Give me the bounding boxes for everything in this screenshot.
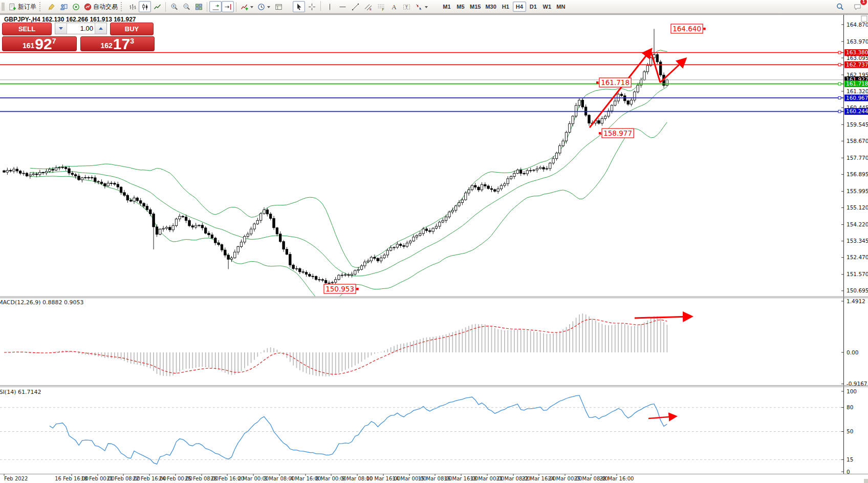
candle-body bbox=[328, 283, 330, 283]
price-tick: 155.995 bbox=[847, 188, 868, 194]
timeframe-h4[interactable]: H4 bbox=[513, 2, 526, 12]
text-label-tool-button[interactable]: T bbox=[400, 1, 413, 12]
chart-corner-button[interactable] bbox=[861, 16, 867, 22]
zoom-in-icon bbox=[170, 3, 178, 11]
timeframe-mn[interactable]: MN bbox=[554, 2, 568, 12]
rsi-label: RSI(14) 61.7142 bbox=[0, 389, 41, 395]
candle-body bbox=[159, 229, 161, 234]
crosshair-tool-button[interactable] bbox=[306, 1, 318, 12]
periods-button[interactable] bbox=[255, 1, 272, 12]
candle-body bbox=[435, 226, 437, 228]
dropdown-caret[interactable] bbox=[425, 6, 428, 10]
zoom-out-button[interactable] bbox=[180, 1, 192, 12]
text-tool-button[interactable]: A bbox=[387, 1, 400, 12]
autotrade-label: 自动交易 bbox=[93, 3, 118, 11]
candle-body bbox=[666, 80, 668, 86]
candle-body bbox=[185, 217, 187, 221]
dropdown-caret[interactable] bbox=[267, 6, 270, 10]
resize-grip[interactable] bbox=[864, 479, 868, 483]
price-tick: 157.770 bbox=[847, 155, 868, 161]
candle-body bbox=[656, 55, 658, 62]
signals-button[interactable] bbox=[70, 1, 82, 12]
macd-tick: -0.9167 bbox=[847, 381, 867, 387]
volume-stepper bbox=[55, 23, 107, 34]
price-tick: 158.670 bbox=[847, 138, 868, 144]
buy-button[interactable]: BUY bbox=[110, 23, 154, 35]
candlestick-icon bbox=[141, 3, 149, 11]
candle-body bbox=[123, 193, 125, 195]
trendline-tool-button[interactable] bbox=[349, 1, 361, 12]
fibonacci-tool-button[interactable]: F bbox=[375, 1, 387, 12]
candle-body bbox=[146, 206, 148, 210]
candle-body bbox=[247, 234, 249, 237]
timeframe-m15[interactable]: M15 bbox=[468, 2, 483, 12]
candle-body bbox=[519, 170, 522, 174]
line-handle[interactable] bbox=[838, 110, 841, 113]
timeframe-d1[interactable]: D1 bbox=[527, 2, 540, 12]
search-button[interactable] bbox=[834, 1, 846, 12]
timeframe-w1[interactable]: W1 bbox=[540, 2, 554, 12]
horizontal-line-tool-button[interactable] bbox=[336, 1, 349, 12]
channel-tool-button[interactable]: E bbox=[362, 1, 374, 12]
timeframe-h1[interactable]: H1 bbox=[499, 2, 512, 12]
styler-button[interactable] bbox=[45, 1, 57, 12]
notification-badge: 1 bbox=[860, 0, 867, 5]
candle-body bbox=[107, 183, 109, 186]
candle-body bbox=[295, 268, 297, 269]
templates-icon bbox=[275, 3, 283, 11]
price-tag: 160.244 bbox=[846, 108, 868, 114]
candle-body bbox=[471, 185, 473, 190]
line-handle[interactable] bbox=[838, 82, 841, 85]
sell-button[interactable]: SELL bbox=[2, 23, 52, 35]
line-handle[interactable] bbox=[838, 97, 841, 99]
candle-body bbox=[611, 105, 613, 111]
new-order-button[interactable]: 新订单 bbox=[7, 1, 38, 12]
arrows-tool-button[interactable] bbox=[413, 1, 430, 12]
candle-body bbox=[660, 62, 662, 75]
symbol-info-line: GBPJPY-,H4 162.130 162.266 161.913 161.9… bbox=[4, 16, 136, 23]
candle-body bbox=[565, 132, 567, 141]
templates-button[interactable] bbox=[272, 1, 285, 12]
chart-canvas[interactable]: 164.870163.970163.095162.195161.320160.4… bbox=[0, 0, 868, 483]
crosshair-icon bbox=[308, 3, 316, 11]
timeframe-m1[interactable]: M1 bbox=[440, 2, 453, 12]
vertical-line-tool-button[interactable] bbox=[323, 1, 336, 12]
line-handle[interactable] bbox=[838, 51, 841, 54]
zoom-in-button[interactable] bbox=[168, 1, 180, 12]
volume-input[interactable] bbox=[67, 23, 95, 34]
line-handle[interactable] bbox=[838, 64, 841, 66]
candle-body bbox=[201, 225, 203, 228]
candle-body bbox=[413, 237, 415, 241]
candle-body bbox=[530, 171, 532, 171]
svg-text:A: A bbox=[392, 3, 397, 11]
profiles-button[interactable] bbox=[57, 1, 70, 12]
candle-body bbox=[153, 214, 155, 227]
auto-scroll-button[interactable] bbox=[209, 1, 222, 12]
buy-price-box[interactable]: 162173 bbox=[80, 36, 155, 51]
cursor-tool-button[interactable] bbox=[293, 1, 305, 12]
price-callout-text: 150.953 bbox=[326, 285, 354, 293]
indicators-button[interactable] bbox=[238, 1, 255, 12]
dropdown-caret[interactable] bbox=[250, 6, 253, 10]
candle-body bbox=[500, 185, 502, 189]
candlestick-chart-button[interactable] bbox=[139, 1, 151, 12]
toolbar-grip[interactable] bbox=[39, 2, 43, 11]
chart-shift-button[interactable] bbox=[222, 1, 234, 12]
volume-increase-button[interactable] bbox=[95, 23, 106, 34]
tile-windows-button[interactable] bbox=[192, 1, 205, 12]
fibonacci-icon: F bbox=[377, 3, 385, 11]
autotrade-button[interactable]: 自动交易 bbox=[82, 1, 120, 12]
toolbar-grip[interactable] bbox=[121, 2, 124, 11]
timeframe-m30[interactable]: M30 bbox=[483, 2, 498, 12]
candle-body bbox=[256, 220, 258, 224]
candle-body bbox=[39, 173, 41, 175]
candle-body bbox=[416, 236, 418, 237]
line-chart-button[interactable] bbox=[151, 1, 163, 12]
volume-decrease-button[interactable] bbox=[55, 23, 67, 34]
candle-body bbox=[221, 245, 223, 250]
timeframe-m5[interactable]: M5 bbox=[454, 2, 467, 12]
candle-body bbox=[88, 178, 90, 178]
candle-body bbox=[237, 247, 239, 253]
sell-price-box[interactable]: 161927 bbox=[2, 36, 77, 51]
bar-chart-button[interactable] bbox=[126, 1, 139, 12]
